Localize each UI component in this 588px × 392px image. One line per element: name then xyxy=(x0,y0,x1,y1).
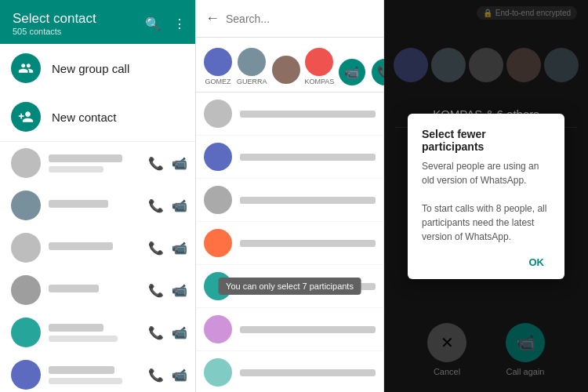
contact-info xyxy=(49,154,140,172)
contact-name xyxy=(49,285,99,292)
avatar xyxy=(238,48,266,76)
video-call-icon[interactable]: 📹 xyxy=(172,283,187,298)
list-item[interactable] xyxy=(196,351,383,392)
new-contact-label: New contact xyxy=(52,111,117,124)
middle-contacts-list: You can only select 7 participants xyxy=(196,93,383,392)
avatar xyxy=(11,360,41,390)
contacts-list: 📞 📹 📞 📹 📞 📹 xyxy=(0,142,195,392)
left-header: Select contact 505 contacts 🔍 ⋮ xyxy=(0,0,195,44)
search-input[interactable] xyxy=(226,13,374,25)
contact-info xyxy=(49,242,140,254)
contact-actions: 📞 📹 xyxy=(148,368,187,383)
more-icon[interactable]: ⋮ xyxy=(172,16,187,31)
selected-avatar-item: GOMEZ xyxy=(204,48,232,85)
middle-panel: ← GOMEZ GUERRA KOMPAS 📹 📞 xyxy=(196,0,384,392)
voice-call-icon[interactable]: 📞 xyxy=(148,198,164,213)
voice-call-icon[interactable]: 📞 xyxy=(148,283,164,298)
avatar xyxy=(11,233,41,263)
new-group-call-avatar xyxy=(11,53,41,83)
selected-avatar-item: GUERRA xyxy=(237,48,267,85)
contact-name xyxy=(49,366,114,374)
contact-info xyxy=(49,200,140,212)
selected-label: KOMPAS xyxy=(305,78,335,85)
video-call-icon[interactable]: 📹 xyxy=(172,325,187,340)
selected-avatar-item: KOMPAS xyxy=(305,48,335,85)
avatar xyxy=(204,358,232,387)
selected-contacts-bar: GOMEZ GUERRA KOMPAS 📹 📞 xyxy=(196,38,383,93)
avatar xyxy=(204,229,232,257)
selected-avatar-item xyxy=(272,56,300,85)
avatar xyxy=(204,272,232,300)
list-item[interactable] xyxy=(196,222,383,265)
back-icon[interactable]: ← xyxy=(205,10,220,27)
right-panel: 🔒 End-to-end encrypted KOMPAS & 6 others… xyxy=(384,0,588,392)
new-group-call-label: New group call xyxy=(52,62,129,75)
contacts-count: 505 contacts xyxy=(13,27,96,36)
voice-call-icon[interactable]: 📞 xyxy=(148,241,164,256)
selected-label: GOMEZ xyxy=(205,78,231,85)
new-contact-avatar xyxy=(11,102,41,132)
contact-sub xyxy=(49,336,118,342)
contact-name xyxy=(49,200,108,208)
avatar xyxy=(204,186,232,214)
avatar xyxy=(11,148,41,178)
video-call-button[interactable]: 📹 xyxy=(339,59,365,85)
list-item[interactable]: 📞 📹 xyxy=(0,269,195,311)
list-item[interactable] xyxy=(196,179,383,222)
list-item[interactable]: 📞 📹 xyxy=(0,354,195,392)
list-item[interactable] xyxy=(196,93,383,136)
special-items: New group call New contact xyxy=(0,44,195,142)
contact-sub xyxy=(49,166,103,172)
list-item[interactable]: 📞 📹 xyxy=(0,184,195,227)
contact-name xyxy=(49,324,103,332)
contact-name xyxy=(240,197,376,204)
dialog-body: Several people are using an old version … xyxy=(422,159,550,244)
avatar xyxy=(305,48,333,76)
dialog-actions: OK xyxy=(422,253,550,271)
dialog-box: Select fewer participants Several people… xyxy=(408,114,564,279)
contact-info xyxy=(49,324,140,342)
voice-call-icon[interactable]: 📞 xyxy=(148,325,164,340)
contact-name xyxy=(240,369,376,376)
avatar xyxy=(204,143,232,171)
video-call-icon[interactable]: 📹 xyxy=(172,368,187,383)
list-item[interactable]: You can only select 7 participants xyxy=(196,265,383,308)
avatar xyxy=(204,100,232,128)
avatar xyxy=(11,275,41,305)
list-item[interactable] xyxy=(196,136,383,179)
contact-name xyxy=(49,154,122,162)
dialog-overlay: Select fewer participants Several people… xyxy=(384,0,588,392)
voice-call-icon[interactable]: 📞 xyxy=(148,156,164,171)
new-contact-item[interactable]: New contact xyxy=(0,93,195,141)
contact-info xyxy=(49,366,140,384)
video-call-icon[interactable]: 📹 xyxy=(172,156,187,171)
header-icons: 🔍 ⋮ xyxy=(145,16,187,31)
contact-sub xyxy=(49,378,122,384)
middle-header: ← xyxy=(196,0,383,38)
video-call-icon[interactable]: 📹 xyxy=(172,198,187,213)
left-header-text: Select contact 505 contacts xyxy=(13,11,96,36)
new-group-call-item[interactable]: New group call xyxy=(0,44,195,93)
contact-actions: 📞 📹 xyxy=(148,156,187,171)
contact-actions: 📞 📹 xyxy=(148,241,187,256)
avatar xyxy=(204,315,232,343)
list-item[interactable] xyxy=(196,308,383,351)
video-call-icon[interactable]: 📹 xyxy=(172,241,187,256)
contact-name xyxy=(240,283,376,290)
avatar xyxy=(11,191,41,220)
dialog-ok-button[interactable]: OK xyxy=(523,253,551,271)
page-title: Select contact xyxy=(13,11,96,27)
voice-call-icon[interactable]: 📞 xyxy=(148,368,164,383)
selected-label: GUERRA xyxy=(237,78,267,85)
list-item[interactable]: 📞 📹 xyxy=(0,227,195,269)
search-icon[interactable]: 🔍 xyxy=(145,16,161,31)
contact-name xyxy=(49,242,113,250)
contact-actions: 📞 📹 xyxy=(148,325,187,340)
list-item[interactable]: 📞 📹 xyxy=(0,142,195,184)
dialog-title: Select fewer participants xyxy=(422,128,550,153)
contact-info xyxy=(49,285,140,296)
avatar xyxy=(204,48,232,76)
contact-name xyxy=(240,240,376,247)
contact-name xyxy=(240,326,376,333)
list-item[interactable]: 📞 📹 xyxy=(0,311,195,354)
